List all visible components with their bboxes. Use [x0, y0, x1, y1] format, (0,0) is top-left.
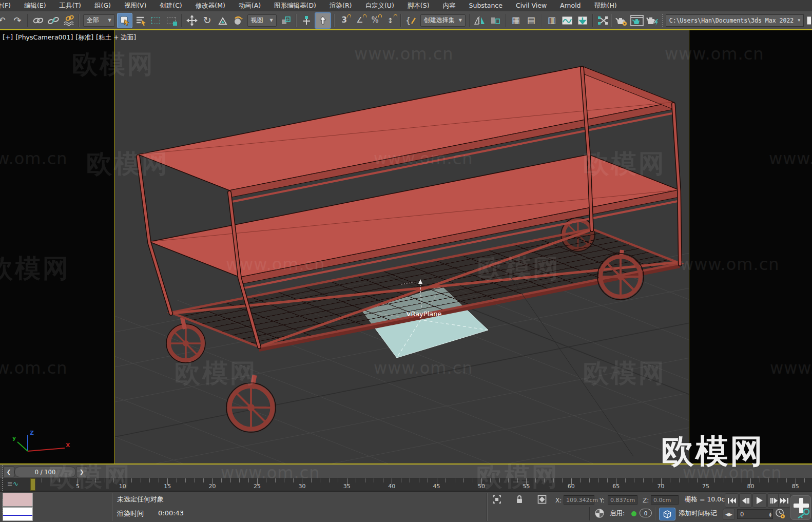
selection-lock-icon[interactable]	[513, 493, 526, 506]
menu-item-14[interactable]: Civil View	[509, 0, 553, 11]
time-slider-row[interactable]: ❮ 0 / 100 ❯	[0, 465, 812, 478]
select-and-rotate-icon[interactable]: ↻	[200, 13, 215, 28]
y-coord-field[interactable]: 0.837cm	[608, 495, 637, 505]
spinner-snap-icon[interactable]: ↕	[383, 13, 398, 28]
toolbar-separator	[592, 14, 593, 27]
viewport-general-menu[interactable]: [+]	[3, 33, 13, 42]
angle-snap-icon[interactable]: ∠	[353, 13, 367, 28]
percent-snap-icon[interactable]: %	[368, 13, 382, 28]
isolate-selection-icon[interactable]	[491, 493, 503, 506]
axis-x-label: X	[66, 442, 70, 449]
menu-item-11[interactable]: 脚本(S)	[401, 0, 436, 11]
statusbar-separator	[589, 507, 590, 520]
go-to-start-button[interactable]	[725, 493, 739, 508]
time-tag-cube-icon[interactable]	[659, 508, 675, 520]
workspace-icon[interactable]	[805, 13, 811, 28]
select-object-icon[interactable]	[117, 13, 132, 28]
go-to-end-button[interactable]	[778, 493, 790, 508]
schematic-view-icon[interactable]	[596, 13, 610, 28]
menu-item-12[interactable]: 内容	[436, 0, 462, 11]
reference-coordsys-dropdown[interactable]: 视图 ▼	[247, 14, 277, 27]
menu-item-16[interactable]: 帮助(H)	[588, 0, 624, 11]
current-frame-marker[interactable]	[30, 478, 35, 491]
menu-item-8[interactable]: 图形编辑器(D)	[267, 0, 323, 11]
menu-item-0[interactable]: 文件(F)	[0, 0, 17, 11]
bind-to-space-warp-icon[interactable]	[62, 13, 76, 28]
viewport-standard-menu[interactable]: [标准]	[75, 33, 93, 42]
project-folder-field[interactable]: C:\Users\Han\Documents\3ds Max 2022 ▼	[666, 14, 804, 27]
rendered-frame-window-icon[interactable]	[630, 13, 644, 28]
dope-sheet-icon[interactable]	[575, 13, 590, 28]
redo-icon[interactable]: ↷	[10, 13, 25, 28]
use-pivot-point-center-icon[interactable]: +	[279, 13, 293, 28]
menu-item-7[interactable]: 动画(A)	[232, 0, 267, 11]
next-frame-button[interactable]: ❯	[76, 467, 87, 477]
add-time-tag[interactable]: 添加时间标记	[679, 509, 717, 518]
frame-spinner[interactable]: ▲▼	[769, 510, 771, 518]
select-and-move-icon[interactable]	[185, 13, 199, 28]
statusbar-separator	[112, 493, 113, 521]
cart-wheel[interactable]	[226, 375, 276, 432]
rectangular-selection-region-icon[interactable]	[149, 13, 163, 28]
degradation-toggle-icon[interactable]	[593, 507, 606, 519]
key-mode-toggle[interactable]: ◀▶	[723, 509, 735, 520]
track-bar[interactable]: ≡∿ 0510152025303540455055606570758085	[0, 478, 812, 491]
edit-named-selection-sets-icon[interactable]: {	[404, 13, 418, 28]
trackbar-grip[interactable]	[2, 477, 4, 492]
time-configuration-icon[interactable]	[774, 508, 786, 520]
unlink-selection-icon[interactable]	[46, 13, 61, 28]
select-by-name-icon[interactable]	[133, 13, 148, 28]
viewport-shading-menu[interactable]: [粘土 + 边面]	[96, 33, 136, 42]
selection-filter-dropdown[interactable]: 全部 ▼	[83, 14, 115, 27]
viewport-pov-menu[interactable]: [PhysCamera001]	[15, 33, 73, 42]
scene-canvas[interactable]: VRayPlane	[115, 30, 689, 463]
viewport-area[interactable]: VRayPlane [+] [PhysCamera001] [标准] [粘土 +…	[0, 29, 812, 465]
select-and-link-icon[interactable]	[31, 13, 45, 28]
render-setup-icon[interactable]	[614, 13, 629, 28]
toolbar-grip[interactable]	[662, 13, 663, 28]
toggle-ribbon-icon[interactable]: ▥	[545, 13, 559, 28]
toggle-scene-explorer-icon[interactable]: ▦	[509, 13, 523, 28]
previous-frame-button[interactable]: ❮	[3, 467, 14, 477]
grid-size-readout: 栅格 = 10.0cm	[685, 495, 731, 504]
menu-item-10[interactable]: 自定义(U)	[358, 0, 400, 11]
mini-curve-editor-icon[interactable]: ≡∿	[7, 480, 25, 490]
curve-editor-icon[interactable]	[560, 13, 574, 28]
absolute-mode-icon[interactable]	[536, 493, 548, 506]
play-button[interactable]	[752, 493, 767, 508]
menu-item-15[interactable]: Arnold	[553, 0, 587, 11]
align-icon[interactable]	[488, 13, 502, 28]
set-key-button[interactable]	[790, 495, 811, 520]
trackbar-tick-50: 50	[478, 483, 485, 490]
toggle-layer-explorer-icon[interactable]: ▤	[524, 13, 538, 28]
render-production-icon[interactable]	[645, 13, 660, 28]
z-coord-field[interactable]: 0.0cm	[651, 495, 679, 505]
select-and-place-icon[interactable]	[231, 13, 245, 28]
maxscript-macro-recorder[interactable]	[3, 493, 33, 507]
previous-frame-step-button[interactable]	[739, 493, 752, 508]
select-and-manipulate-icon[interactable]	[299, 13, 314, 28]
maxscript-mini-listener[interactable]	[3, 507, 33, 521]
select-and-scale-icon[interactable]	[216, 13, 230, 28]
menu-item-4[interactable]: 视图(V)	[118, 0, 153, 11]
x-coord-field[interactable]: 109.342cm	[564, 495, 594, 505]
snaps-toggle-3d-icon[interactable]: 3	[337, 13, 352, 28]
menu-item-2[interactable]: 工具(T)	[53, 0, 88, 11]
current-frame-field[interactable]: 0 ▲▼	[737, 509, 773, 519]
svg-text:+: +	[286, 17, 289, 22]
menu-item-1[interactable]: 编辑(E)	[17, 0, 53, 11]
window-crossing-icon[interactable]	[164, 13, 179, 28]
keyboard-shortcut-override-icon[interactable]	[315, 12, 331, 29]
mirror-icon[interactable]	[473, 13, 487, 28]
menu-item-5[interactable]: 创建(C)	[153, 0, 188, 11]
enable-count-badge[interactable]: 0	[640, 509, 652, 517]
menu-item-6[interactable]: 修改器(M)	[189, 0, 232, 11]
enable-label: 启用:	[610, 509, 625, 518]
undo-icon[interactable]: ↶	[0, 13, 9, 28]
time-slider-value[interactable]: 0 / 100	[14, 467, 76, 477]
menu-item-13[interactable]: Substance	[462, 0, 509, 11]
menu-item-3[interactable]: 组(G)	[88, 0, 118, 11]
menu-item-9[interactable]: 渲染(R)	[323, 0, 358, 11]
camera-viewport[interactable]: VRayPlane	[114, 30, 689, 463]
named-selection-sets-dropdown[interactable]: 创建选择集 ▼	[420, 14, 466, 27]
